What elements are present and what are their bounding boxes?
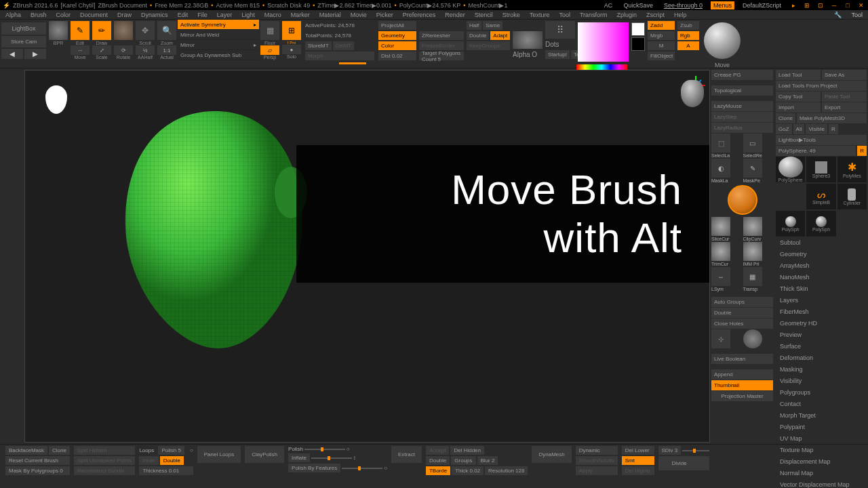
tool-simplebrush[interactable]: ᔕSimpleB — [806, 184, 835, 209]
storemt-button[interactable]: StoreMT — [305, 41, 332, 50]
section-geometryhd[interactable]: Geometry HD — [776, 318, 867, 329]
seethrough-slider[interactable]: See-through 0 — [661, 2, 705, 9]
scale-button[interactable]: ⤢ — [92, 45, 111, 55]
menu-document[interactable]: Document — [80, 12, 108, 18]
section-thickskin[interactable]: Thick Skin — [776, 283, 867, 294]
m-button[interactable]: M — [648, 41, 675, 50]
double-button2[interactable]: Double — [711, 308, 773, 318]
scroll-button[interactable]: ✥ — [136, 21, 155, 40]
visible-button[interactable]: Visible — [806, 124, 827, 134]
zremesher-button[interactable]: ZRemesher — [419, 31, 464, 40]
r-button2[interactable]: R — [857, 146, 867, 156]
mask-polygroups[interactable]: Mask By Polygroups 0 — [5, 466, 70, 475]
adapt-button[interactable]: Adapt — [490, 31, 510, 40]
divide-button[interactable]: Divide — [658, 456, 710, 470]
menu-layer[interactable]: Layer — [217, 12, 233, 18]
double-button4[interactable]: Double — [426, 456, 450, 465]
section-displacement[interactable]: Displacement Map — [776, 456, 867, 467]
menu-alpha[interactable]: Alpha — [5, 12, 21, 18]
dellower-button[interactable]: Del Lower — [622, 446, 654, 455]
import-button[interactable]: Import — [776, 102, 821, 113]
creasepg-button[interactable]: Crease PG — [711, 70, 773, 80]
frame-button[interactable]: ⊞ — [282, 21, 301, 40]
section-subtool[interactable]: Subtool — [776, 237, 867, 248]
autogroups-button[interactable]: Auto Groups — [711, 297, 773, 307]
section-nanomesh[interactable]: NanoMesh — [776, 272, 867, 283]
thickness-slider[interactable]: Thickness 0.01 — [139, 466, 193, 475]
section-polygroups[interactable]: Polygroups — [776, 387, 867, 398]
reconstruct-button[interactable]: Reconstruct Subdiv — [74, 466, 135, 475]
saveas-button[interactable]: Save As — [822, 70, 867, 80]
tool-header-icon[interactable]: 🔧 — [834, 12, 842, 18]
maximize-icon[interactable]: □ — [844, 1, 852, 9]
lazymouse-button[interactable]: LazyMouse — [711, 101, 773, 111]
window-icon-1[interactable]: ▸ — [789, 1, 797, 9]
menu-help[interactable]: Help — [674, 12, 687, 18]
quicksave-button[interactable]: QuickSave — [620, 2, 656, 9]
copytool-button[interactable]: Copy Tool — [776, 92, 821, 102]
viewport[interactable]: Move Brush with Alt — [24, 70, 710, 443]
menu-marker[interactable]: Marker — [291, 12, 310, 18]
tool-header[interactable]: Tool — [851, 12, 863, 18]
material-icon[interactable] — [743, 329, 762, 348]
section-polypaint[interactable]: Polypaint — [776, 422, 867, 432]
lazystep-slider[interactable]: LazyStep — [711, 112, 773, 122]
topological-button[interactable]: Topological — [711, 85, 773, 96]
menu-zplugin[interactable]: Zplugin — [617, 12, 637, 18]
same-button[interactable]: Same — [483, 21, 502, 30]
mrgb-button[interactable]: Mrgb — [648, 31, 675, 40]
menu-preferences[interactable]: Preferences — [403, 12, 436, 18]
startup-button[interactable]: Startup! — [545, 50, 570, 59]
selectlasso-icon[interactable]: ⬚ — [711, 134, 730, 152]
smoothsub-button[interactable]: SmoothSubdiv — [576, 456, 618, 465]
lightbox-tools[interactable]: Lightbox▶Tools — [776, 135, 867, 145]
swatch-main[interactable] — [631, 22, 645, 36]
inner-button[interactable]: Inner — [139, 456, 158, 465]
loadproj-button[interactable]: Load Tools From Project — [776, 81, 867, 91]
section-morphtarget[interactable]: Morph Target — [776, 410, 867, 421]
section-arraymesh[interactable]: ArrayMesh — [776, 260, 867, 271]
floor-button[interactable]: ▦ — [260, 21, 279, 40]
alpha-off[interactable] — [513, 31, 542, 49]
reset-brush-button[interactable]: Reset Current Brush — [5, 456, 70, 465]
backface-button[interactable]: BackfaceMask — [5, 446, 47, 455]
mirror-button[interactable]: Mirror▸ — [178, 40, 259, 50]
transp-icon[interactable]: ▦ — [743, 267, 762, 286]
window-icon-2[interactable]: ⊞ — [803, 1, 811, 9]
freezeborder-button[interactable]: FreezeBorder — [419, 41, 464, 50]
morph-button[interactable]: Morph — [305, 52, 374, 60]
default-zscript[interactable]: DefaultZScript — [740, 2, 784, 9]
tool-cylinder[interactable]: Cylinder — [837, 184, 867, 209]
actual-button[interactable]: 1:1 — [157, 45, 176, 55]
immprim-icon[interactable] — [743, 242, 762, 261]
a-button[interactable]: A — [677, 41, 699, 50]
menu-movie[interactable]: Movie — [351, 12, 367, 18]
delhidden-button[interactable]: Del Hidden — [450, 446, 484, 455]
minimize-icon[interactable]: ─ — [830, 1, 838, 9]
move-button[interactable]: ↔ — [71, 45, 90, 55]
liveboolean-button[interactable]: Live Boolean — [711, 354, 773, 364]
sdiv-track[interactable] — [682, 450, 709, 451]
loadtool-button[interactable]: Load Tool — [776, 70, 821, 80]
menu-light[interactable]: Light — [241, 12, 255, 18]
tool-polymesh[interactable]: ✱PolyMes — [837, 157, 867, 182]
inflate-slider[interactable] — [311, 458, 352, 459]
menu-file[interactable]: File — [197, 12, 208, 18]
polishfeatures-button[interactable]: Polish By Features — [288, 464, 340, 472]
sculpt-button[interactable] — [114, 21, 133, 40]
menu-draw[interactable]: Draw — [117, 12, 132, 18]
r-button[interactable]: R — [829, 124, 838, 134]
all-button[interactable]: All — [793, 124, 805, 134]
menu-texture[interactable]: Texture — [530, 12, 550, 18]
prev-button[interactable]: ◀ — [1, 49, 23, 59]
double-button3[interactable]: Double — [160, 456, 184, 465]
section-layers[interactable]: Layers — [776, 295, 867, 306]
masklasso-icon[interactable]: ◐ — [711, 159, 730, 178]
selectrect-icon[interactable]: ▭ — [743, 134, 762, 152]
dynamesh-button[interactable]: DynaMesh — [532, 446, 571, 463]
bpr-icon[interactable] — [49, 21, 68, 40]
polishfeat-slider[interactable] — [342, 468, 382, 469]
projectall-button[interactable]: ProjectAll — [378, 21, 416, 30]
left-tray[interactable] — [0, 68, 24, 444]
menu-brush[interactable]: Brush — [31, 12, 47, 18]
